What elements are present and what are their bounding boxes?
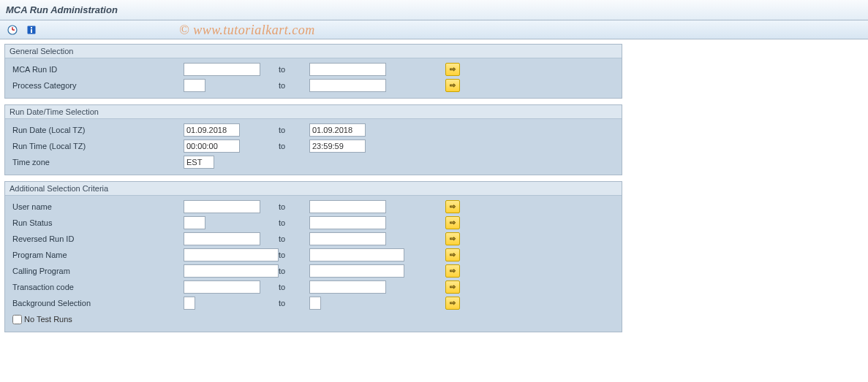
background-selection-multi-button[interactable]: ⇨	[445, 297, 460, 310]
mca-run-id-high-input[interactable]	[309, 63, 386, 76]
info-button[interactable]	[23, 23, 39, 37]
to-label: to	[276, 65, 305, 74]
to-label: to	[276, 142, 305, 150]
mca-run-id-multi-button[interactable]: ⇨	[445, 63, 460, 76]
arrow-right-icon: ⇨	[450, 235, 456, 242]
label-run-status: Run Status	[11, 218, 179, 227]
run-time-high-input[interactable]	[309, 140, 366, 153]
arrow-right-icon: ⇨	[450, 251, 456, 259]
group-title-datetime: Run Date/Time Selection	[5, 105, 622, 118]
calling-program-multi-button[interactable]: ⇨	[445, 264, 460, 278]
reversed-run-id-multi-button[interactable]: ⇨	[445, 232, 460, 245]
label-process-category: Process Category	[11, 81, 179, 90]
arrow-right-icon: ⇨	[450, 203, 456, 210]
arrow-right-icon: ⇨	[450, 66, 456, 73]
group-body-datetime: Run Date (Local TZ) to Run Time (Local T…	[5, 118, 622, 175]
label-user-name: User name	[11, 202, 179, 211]
background-selection-low-input[interactable]	[184, 297, 195, 310]
program-name-multi-button[interactable]: ⇨	[445, 248, 460, 261]
run-status-low-input[interactable]	[184, 216, 205, 229]
row-run-status: Run Status to ⇨	[11, 215, 616, 231]
execute-button[interactable]	[4, 23, 20, 37]
row-run-date: Run Date (Local TZ) to	[11, 122, 616, 138]
run-date-low-input[interactable]	[184, 123, 240, 137]
group-general-selection: General Selection MCA Run ID to ⇨ Proces…	[4, 44, 622, 99]
label-reversed-run-id: Reversed Run ID	[11, 234, 179, 243]
run-status-high-input[interactable]	[309, 216, 386, 229]
row-run-time: Run Time (Local TZ) to	[11, 138, 616, 154]
label-calling-program: Calling Program	[11, 267, 179, 275]
to-label: to	[276, 234, 305, 243]
calling-program-low-input[interactable]	[184, 264, 279, 278]
selection-screen: General Selection MCA Run ID to ⇨ Proces…	[0, 39, 868, 343]
row-reversed-run-id: Reversed Run ID to ⇨	[11, 231, 616, 247]
watermark-text: © www.tutorialkart.com	[179, 23, 315, 38]
group-body-additional: User name to ⇨ Run Status to ⇨ Reversed …	[5, 195, 622, 332]
process-category-low-input[interactable]	[184, 79, 205, 92]
clock-icon	[7, 25, 18, 35]
label-background-selection: Background Selection	[11, 299, 179, 307]
no-test-runs-checkbox[interactable]	[12, 315, 22, 324]
row-background-selection: Background Selection to ⇨	[11, 295, 616, 311]
label-run-time: Run Time (Local TZ)	[11, 142, 179, 150]
row-calling-program: Calling Program to ⇨	[11, 263, 616, 279]
process-category-high-input[interactable]	[309, 79, 386, 92]
user-name-low-input[interactable]	[184, 200, 260, 213]
reversed-run-id-high-input[interactable]	[309, 232, 386, 245]
page-title: MCA Run Administration	[6, 4, 118, 15]
background-selection-high-input[interactable]	[309, 297, 321, 310]
to-label: to	[276, 299, 305, 307]
transaction-code-high-input[interactable]	[309, 280, 386, 294]
title-bar: MCA Run Administration	[0, 0, 868, 20]
arrow-right-icon: ⇨	[450, 82, 456, 89]
to-label: to	[276, 126, 305, 134]
group-additional-criteria: Additional Selection Criteria User name …	[4, 181, 622, 332]
user-name-multi-button[interactable]: ⇨	[445, 200, 460, 213]
user-name-high-input[interactable]	[309, 200, 386, 213]
row-timezone: Time zone	[11, 154, 616, 170]
program-name-low-input[interactable]	[184, 248, 279, 261]
to-label: to	[276, 81, 305, 90]
group-datetime-selection: Run Date/Time Selection Run Date (Local …	[4, 104, 622, 175]
transaction-code-low-input[interactable]	[184, 280, 260, 294]
arrow-right-icon: ⇨	[450, 267, 456, 275]
application-toolbar: © www.tutorialkart.com	[0, 20, 868, 39]
info-icon	[26, 25, 37, 35]
arrow-right-icon: ⇨	[450, 299, 456, 307]
mca-run-id-low-input[interactable]	[184, 63, 260, 76]
group-body-general: MCA Run ID to ⇨ Process Category to ⇨	[5, 58, 622, 98]
run-time-low-input[interactable]	[184, 140, 240, 153]
row-no-test-runs: No Test Runs	[11, 311, 616, 327]
label-timezone: Time zone	[11, 158, 179, 167]
row-program-name: Program Name to ⇨	[11, 247, 616, 263]
transaction-code-multi-button[interactable]: ⇨	[445, 280, 460, 294]
to-label: to	[276, 202, 305, 211]
group-title-general: General Selection	[5, 45, 622, 58]
to-label: to	[276, 251, 305, 259]
label-transaction-code: Transaction code	[11, 283, 179, 291]
calling-program-high-input[interactable]	[309, 264, 404, 278]
to-label: to	[276, 218, 305, 227]
group-title-additional: Additional Selection Criteria	[5, 182, 622, 195]
run-date-high-input[interactable]	[309, 123, 366, 137]
label-mca-run-id: MCA Run ID	[11, 65, 179, 74]
svg-rect-5	[31, 29, 32, 33]
to-label: to	[276, 283, 305, 291]
arrow-right-icon: ⇨	[450, 283, 456, 291]
row-user-name: User name to ⇨	[11, 199, 616, 215]
row-process-category: Process Category to ⇨	[11, 77, 616, 93]
process-category-multi-button[interactable]: ⇨	[445, 79, 460, 92]
arrow-right-icon: ⇨	[450, 219, 456, 226]
label-no-test-runs: No Test Runs	[24, 315, 72, 324]
svg-rect-4	[31, 27, 32, 28]
reversed-run-id-low-input[interactable]	[184, 232, 260, 245]
program-name-high-input[interactable]	[309, 248, 404, 261]
to-label: to	[276, 267, 305, 275]
run-status-multi-button[interactable]: ⇨	[445, 216, 460, 229]
row-mca-run-id: MCA Run ID to ⇨	[11, 61, 616, 77]
row-transaction-code: Transaction code to ⇨	[11, 279, 616, 295]
label-run-date: Run Date (Local TZ)	[11, 126, 179, 134]
timezone-input[interactable]	[184, 156, 214, 169]
label-program-name: Program Name	[11, 251, 179, 259]
